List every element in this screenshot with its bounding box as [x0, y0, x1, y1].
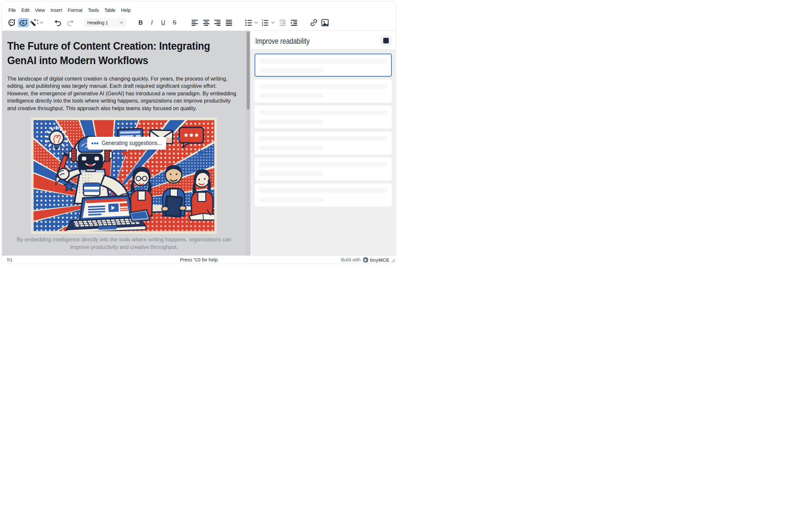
svg-text:3: 3 — [262, 24, 263, 26]
